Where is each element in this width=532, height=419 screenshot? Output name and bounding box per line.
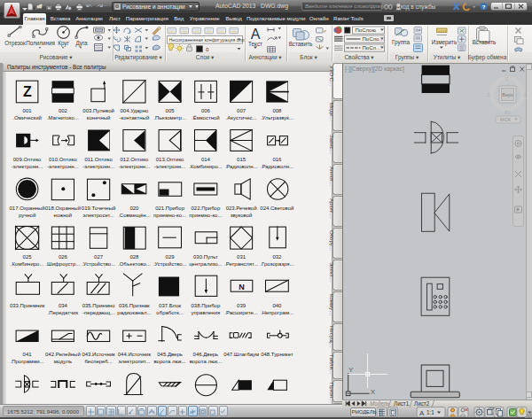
- svg-text:ПоСлою: ПоСлою: [356, 27, 377, 33]
- svg-text:0: 0: [206, 46, 209, 52]
- svg-text:ПоСло…: ПоСло…: [363, 36, 385, 42]
- svg-text:А: А: [419, 409, 425, 417]
- svg-text:A: A: [251, 27, 261, 42]
- svg-text:?: ?: [482, 4, 486, 10]
- svg-text:ПоСл…: ПоСл…: [363, 45, 381, 50]
- svg-text:1:1: 1:1: [426, 409, 434, 415]
- svg-text:С: С: [505, 76, 510, 81]
- svg-text:Несохраненная конфигурация сло: Несохраненная конфигурация сло: [169, 37, 245, 43]
- svg-text:Ю: Ю: [505, 110, 510, 115]
- svg-text:Верх: Верх: [502, 92, 513, 97]
- svg-text:З: З: [487, 92, 490, 97]
- svg-text:МСК: МСК: [500, 117, 512, 122]
